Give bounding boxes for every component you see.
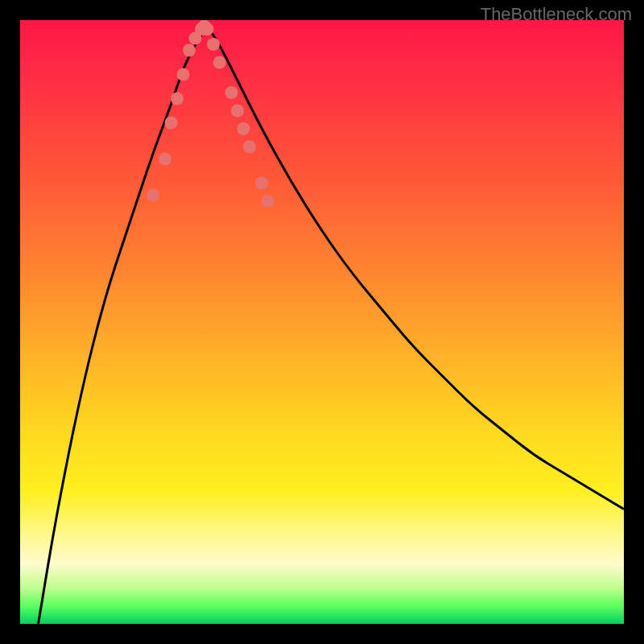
data-marker bbox=[231, 105, 244, 118]
data-marker bbox=[177, 68, 190, 81]
data-marker bbox=[243, 141, 256, 154]
data-marker bbox=[237, 122, 250, 135]
watermark-text: TheBottleneck.com bbox=[481, 4, 632, 25]
bottleneck-curve-svg bbox=[20, 20, 624, 624]
data-marker bbox=[165, 117, 178, 130]
data-marker bbox=[159, 153, 171, 166]
curve-line bbox=[39, 31, 625, 624]
data-marker bbox=[213, 56, 226, 69]
data-marker bbox=[201, 23, 214, 35]
data-marker bbox=[147, 189, 159, 202]
data-marker bbox=[255, 177, 268, 190]
chart-area bbox=[20, 20, 624, 624]
data-marker bbox=[183, 44, 196, 57]
data-marker bbox=[171, 93, 184, 105]
data-marker bbox=[225, 86, 238, 99]
data-marker bbox=[262, 195, 275, 208]
data-marker bbox=[207, 38, 220, 51]
